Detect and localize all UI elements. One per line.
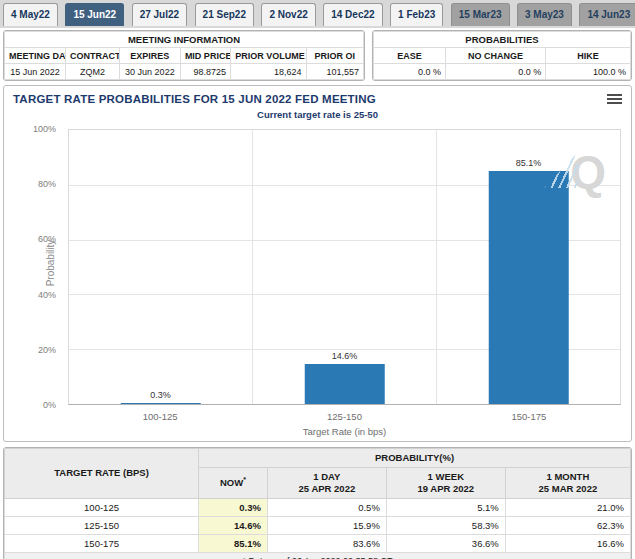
y-tick-60: 60% <box>4 234 56 244</box>
week-cell: 36.6% <box>386 534 505 552</box>
tab-14-dec22[interactable]: 14 Dec22 <box>323 3 382 26</box>
y-tick-80: 80% <box>4 179 56 189</box>
chart-subtitle: Current target rate is 25-50 <box>4 109 631 120</box>
ease-value: 0.0 % <box>374 64 446 80</box>
x-tick-150-175: 150-175 <box>437 411 621 422</box>
now-cell: 0.3% <box>199 498 268 516</box>
data-as-of-footnote: * Data as of 26 Apr 2022 02:35:58 CT <box>5 552 631 559</box>
rate-cell: 125-150 <box>5 516 199 534</box>
col-hike: HIKE <box>546 48 631 64</box>
quikstrike-watermark: Q <box>544 152 606 192</box>
col-target-rate-bps: TARGET RATE (BPS) <box>5 449 199 499</box>
day-cell: 15.9% <box>267 516 386 534</box>
tab-15-jun22[interactable]: 15 Jun22 <box>65 3 124 26</box>
probability-history-table: TARGET RATE (BPS) PROBABILITY(%) NOW* 1 … <box>4 448 631 559</box>
col-expires: EXPIRES <box>119 48 180 64</box>
bar-value-label-125-150: 14.6% <box>332 351 358 361</box>
month-cell: 21.0% <box>505 498 630 516</box>
now-cell: 14.6% <box>199 516 268 534</box>
hike-value: 100.0 % <box>546 64 631 80</box>
expires-value: 30 Jun 2022 <box>119 64 180 80</box>
chart-title: TARGET RATE PROBABILITIES FOR 15 JUN 202… <box>13 93 376 105</box>
day-cell: 83.6% <box>267 534 386 552</box>
col-no-change: NO CHANGE <box>445 48 545 64</box>
x-tick-100-125: 100-125 <box>68 411 252 422</box>
meeting-information-panel: MEETING INFORMATION MEETING DATE CONTRAC… <box>3 30 365 81</box>
col-prior-volume: PRIOR VOLUME <box>231 48 306 64</box>
col-mid-price: MID PRICE <box>180 48 230 64</box>
tab-27-jul22[interactable]: 27 Jul22 <box>132 3 187 26</box>
info-row: MEETING INFORMATION MEETING DATE CONTRAC… <box>3 30 632 81</box>
day-cell: 0.5% <box>267 498 386 516</box>
x-tick-125-150: 125-150 <box>252 411 436 422</box>
bar-column-125-150: 14.6% <box>252 130 437 404</box>
y-tick-20: 20% <box>4 345 56 355</box>
table-row: 125-150 14.6% 15.9% 58.3% 62.3% <box>5 516 631 534</box>
contract-value: ZQM2 <box>66 64 120 80</box>
rate-cell: 150-175 <box>5 534 199 552</box>
month-cell: 62.3% <box>505 516 630 534</box>
prior-volume-value: 18,624 <box>231 64 306 80</box>
probabilities-table: PROBABILITIES EASE NO CHANGE HIKE 0.0 % … <box>373 31 631 80</box>
no-change-value: 0.0 % <box>445 64 545 80</box>
probability-group-header: PROBABILITY(%) <box>199 449 631 468</box>
chart-body: Probability 100% 80% 60% 40% 20% 0% 0.3%… <box>4 123 631 443</box>
probabilities-title: PROBABILITIES <box>374 32 631 48</box>
x-axis-title: Target Rate (in bps) <box>68 426 621 437</box>
col-ease: EASE <box>374 48 446 64</box>
col-1-month: 1 MONTH25 MAR 2022 <box>505 467 630 498</box>
y-tick-100: 100% <box>4 124 56 134</box>
probability-history-panel: TARGET RATE (BPS) PROBABILITY(%) NOW* 1 … <box>3 447 632 559</box>
table-row: 100-125 0.3% 0.5% 5.1% 21.0% <box>5 498 631 516</box>
tab-15-mar23[interactable]: 15 Mar23 <box>451 3 510 26</box>
col-1-week: 1 WEEK19 APR 2022 <box>386 467 505 498</box>
plot-area: 0.3% 14.6% 85.1% Q <box>68 129 621 405</box>
x-axis-labels: 100-125 125-150 150-175 <box>68 411 621 422</box>
bar-column-100-125: 0.3% <box>69 130 252 404</box>
probability-bar-150-175 <box>488 171 569 404</box>
tab-1-feb23[interactable]: 1 Feb23 <box>390 3 443 26</box>
mid-price-value: 98.8725 <box>180 64 230 80</box>
col-meeting-date: MEETING DATE <box>5 48 66 64</box>
meeting-information-table: MEETING INFORMATION MEETING DATE CONTRAC… <box>4 31 364 80</box>
now-asterisk: * <box>243 476 246 483</box>
meeting-date-value: 15 Jun 2022 <box>5 64 66 80</box>
now-cell: 85.1% <box>199 534 268 552</box>
chart-menu-icon[interactable] <box>607 93 622 106</box>
probability-bar-100-125 <box>120 403 201 404</box>
tab-21-sep22[interactable]: 21 Sep22 <box>195 3 254 26</box>
col-prior-oi: PRIOR OI <box>306 48 364 64</box>
target-rate-chart-panel: TARGET RATE PROBABILITIES FOR 15 JUN 202… <box>3 85 632 442</box>
rate-cell: 100-125 <box>5 498 199 516</box>
bar-value-label-100-125: 0.3% <box>150 390 171 400</box>
month-cell: 16.6% <box>505 534 630 552</box>
week-cell: 5.1% <box>386 498 505 516</box>
probabilities-panel: PROBABILITIES EASE NO CHANGE HIKE 0.0 % … <box>372 30 632 81</box>
chart-title-row: TARGET RATE PROBABILITIES FOR 15 JUN 202… <box>4 86 631 108</box>
tab-3-may23[interactable]: 3 May23 <box>517 3 572 26</box>
col-now: NOW* <box>199 467 268 498</box>
col-contract: CONTRACT <box>66 48 120 64</box>
table-row: 150-175 85.1% 83.6% 36.6% 16.6% <box>5 534 631 552</box>
y-tick-0: 0% <box>4 400 56 410</box>
tab-14-jun23[interactable]: 14 Jun23 <box>579 3 635 26</box>
y-tick-40: 40% <box>4 290 56 300</box>
week-cell: 58.3% <box>386 516 505 534</box>
probability-bar-125-150 <box>304 364 385 404</box>
prior-oi-value: 101,557 <box>306 64 364 80</box>
watermark-stripes-icon <box>544 152 578 188</box>
y-axis-title: Probability <box>45 240 56 287</box>
bar-value-label-150-175: 85.1% <box>516 158 542 168</box>
col-1-day: 1 DAY25 APR 2022 <box>267 467 386 498</box>
meeting-information-title: MEETING INFORMATION <box>5 32 364 48</box>
fedwatch-page: { "tabs": [ { "label": "4 May22", "state… <box>0 0 635 559</box>
meeting-date-tab-strip: 4 May22 15 Jun22 27 Jul22 21 Sep22 2 Nov… <box>0 0 635 28</box>
tab-4-may22[interactable]: 4 May22 <box>3 3 58 26</box>
tab-2-nov22[interactable]: 2 Nov22 <box>261 3 315 26</box>
